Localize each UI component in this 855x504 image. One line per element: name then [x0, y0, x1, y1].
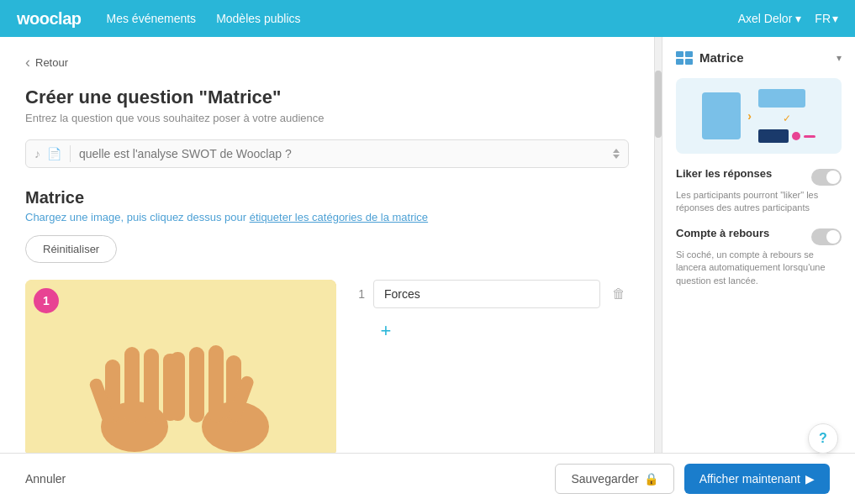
scroll-arrows	[613, 149, 620, 159]
liker-label: Liker les réponses	[676, 167, 772, 180]
matrice-grid-icon	[676, 51, 693, 65]
attachment-icon[interactable]: 📄	[47, 147, 61, 160]
save-button[interactable]: Sauvegarder 🔒	[555, 464, 673, 494]
matrice-row: 1	[25, 280, 629, 453]
page-subtitle: Entrez la question que vous souhaitez po…	[25, 112, 629, 124]
svg-rect-3	[124, 347, 140, 423]
page-title: Créer une question "Matrice"	[25, 87, 629, 108]
scrollbar-thumb[interactable]	[655, 71, 662, 138]
preview-bottom-row	[758, 129, 815, 143]
topnav-right: Axel Delor ▾ FR ▾	[738, 12, 838, 25]
countdown-section: Compte à rebours Si coché, un compte à r…	[676, 227, 842, 287]
save-icon: 🔒	[644, 472, 658, 486]
user-name: Axel Delor	[738, 12, 793, 25]
scroll-down-icon[interactable]	[613, 155, 620, 159]
right-panel: Matrice ▾ › ✓	[662, 37, 855, 453]
preview-check-icon: ✓	[758, 113, 815, 124]
delete-category-icon[interactable]: 🗑	[609, 283, 629, 305]
panel-header: Matrice ▾	[676, 50, 842, 65]
scrollbar-track	[655, 37, 662, 453]
lang-chevron-icon: ▾	[832, 12, 838, 25]
matrice-subtitle-link[interactable]: étiqueter les catégories de la matrice	[250, 211, 428, 223]
back-button[interactable]: Retour	[25, 54, 629, 71]
music-icon[interactable]: ♪	[34, 147, 40, 160]
preview-top-rect	[758, 89, 805, 108]
countdown-toggle-row: Compte à rebours	[676, 227, 842, 245]
nav-events[interactable]: Mes événements	[107, 12, 197, 25]
panel-title-row: Matrice	[676, 50, 744, 65]
svg-rect-4	[144, 349, 159, 423]
liker-desc: Les participants pourront "liker" les ré…	[676, 189, 842, 215]
categories-col: 1 🗑 +	[353, 280, 629, 345]
lang-selector[interactable]: FR ▾	[815, 12, 838, 25]
question-input-row: ♪ 📄	[25, 139, 629, 168]
panel-chevron-icon[interactable]: ▾	[837, 52, 842, 64]
image-badge: 1	[34, 288, 59, 313]
countdown-label: Compte à rebours	[676, 227, 769, 239]
liker-toggle[interactable]	[811, 169, 842, 186]
user-menu[interactable]: Axel Delor ▾	[738, 12, 802, 25]
nav-models[interactable]: Modèles publics	[216, 12, 300, 25]
scroll-up-icon[interactable]	[613, 149, 620, 153]
bottom-bar: Annuler Sauvegarder 🔒 Afficher maintenan…	[0, 453, 855, 504]
reset-button[interactable]: Réinitialiser	[25, 235, 117, 263]
preview-dash	[804, 135, 815, 138]
svg-rect-9	[208, 345, 224, 423]
display-button[interactable]: Afficher maintenant ▶	[684, 464, 830, 494]
add-category-button[interactable]: +	[373, 317, 398, 345]
question-input[interactable]	[79, 147, 613, 160]
display-label: Afficher maintenant	[699, 472, 800, 486]
hands-svg	[25, 280, 336, 453]
cancel-button[interactable]: Annuler	[25, 472, 66, 486]
preview-dark-rect	[758, 129, 789, 143]
topnav: wooclap Mes événements Modèles publics A…	[0, 0, 855, 37]
category-input-0[interactable]	[373, 280, 600, 308]
save-label: Sauvegarder	[571, 472, 638, 486]
liker-toggle-row: Liker les réponses	[676, 167, 842, 186]
preview-circle	[792, 132, 800, 140]
category-num: 1	[353, 287, 365, 301]
user-chevron-icon: ▾	[795, 12, 801, 25]
input-divider	[70, 145, 71, 162]
preview-inner: › ✓	[702, 89, 815, 143]
hands-image	[25, 280, 336, 453]
svg-rect-10	[189, 347, 204, 423]
lang-label: FR	[815, 12, 831, 25]
matrice-subtitle-pre: Chargez une image, puis cliquez dessus p…	[25, 211, 250, 223]
panel-title: Matrice	[699, 50, 744, 65]
preview-card: › ✓	[676, 78, 842, 154]
content-area: Retour Créer une question "Matrice" Entr…	[0, 37, 655, 453]
help-button[interactable]: ?	[808, 423, 838, 454]
liker-section: Liker les réponses Les participants pour…	[676, 167, 842, 215]
matrice-subtitle: Chargez une image, puis cliquez dessus p…	[25, 211, 629, 223]
back-label: Retour	[35, 56, 68, 69]
svg-rect-11	[171, 352, 185, 421]
nav-links: Mes événements Modèles publics	[107, 12, 738, 25]
display-arrow-icon: ▶	[805, 472, 815, 486]
preview-right-col: ✓	[758, 89, 815, 143]
category-row: 1 🗑	[353, 280, 629, 308]
preview-left-rect	[702, 92, 741, 139]
main-layout: Retour Créer une question "Matrice" Entr…	[0, 37, 855, 453]
countdown-toggle[interactable]	[811, 228, 842, 245]
matrice-image[interactable]: 1	[25, 280, 336, 453]
matrice-title: Matrice	[25, 188, 629, 207]
input-icons: ♪ 📄	[34, 147, 61, 160]
preview-arrow-icon: ›	[747, 109, 752, 123]
countdown-desc: Si coché, un compte à rebours se lancera…	[676, 249, 842, 287]
logo[interactable]: wooclap	[17, 9, 82, 29]
bottom-right: Sauvegarder 🔒 Afficher maintenant ▶	[555, 464, 830, 494]
